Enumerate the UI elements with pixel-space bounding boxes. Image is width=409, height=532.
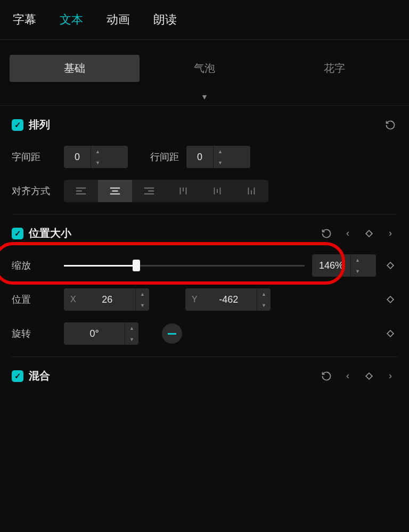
keyframe-button[interactable]	[362, 369, 376, 383]
line-spacing-value: 0	[186, 152, 213, 163]
arrange-title: 排列	[29, 118, 50, 132]
keyframe-button[interactable]	[383, 259, 397, 272]
scale-value: 146%	[312, 260, 350, 271]
scale-slider[interactable]	[64, 259, 305, 272]
spin-up-icon[interactable]: ▲	[125, 322, 138, 334]
diamond-icon	[385, 328, 396, 339]
sub-tab-fancy[interactable]: 花字	[269, 55, 399, 82]
svg-rect-21	[387, 330, 394, 337]
keyframe-prev-button[interactable]: ‹	[341, 227, 355, 240]
svg-rect-20	[387, 296, 394, 303]
pos-y-value: -462	[201, 294, 257, 305]
rotation-dial[interactable]	[162, 323, 182, 344]
spin-down-icon[interactable]: ▼	[351, 265, 364, 277]
spin-down-icon[interactable]: ▼	[136, 300, 149, 311]
keyframe-prev-button[interactable]: ‹	[341, 369, 355, 383]
char-spacing-label: 字间距	[12, 151, 56, 163]
reset-icon	[321, 371, 332, 381]
line-spacing-input[interactable]: 0 ▲▼	[186, 146, 250, 168]
pos-x-value: 26	[79, 294, 135, 305]
spin-down-icon[interactable]: ▼	[257, 300, 271, 311]
diamond-icon	[364, 228, 374, 239]
diamond-icon	[385, 294, 396, 305]
align-right-button[interactable]	[132, 180, 166, 202]
tab-text[interactable]: 文本	[60, 12, 83, 28]
keyframe-button[interactable]	[362, 227, 376, 240]
svg-rect-22	[366, 373, 372, 379]
spin-up-icon[interactable]: ▲	[257, 288, 271, 300]
blend-title: 混合	[29, 369, 50, 383]
line-spacing-label: 行间距	[150, 151, 179, 163]
char-spacing-input[interactable]: 0 ▲▼	[64, 146, 128, 168]
position-size-title: 位置大小	[29, 226, 71, 240]
tab-subtitle[interactable]: 字幕	[13, 12, 36, 28]
align-vert-center-button[interactable]	[200, 180, 234, 202]
check-icon: ✓	[14, 371, 21, 381]
pos-y-input[interactable]: Y -462 ▲▼	[185, 288, 271, 311]
reset-button[interactable]	[320, 227, 333, 240]
section-position-size: ✓ 位置大小 ‹ › 缩放 146% ▲▼	[0, 214, 409, 357]
spin-up-icon[interactable]: ▲	[214, 146, 227, 157]
align-vert-icon	[246, 186, 257, 196]
align-vert-icon	[177, 186, 189, 196]
scale-input[interactable]: 146% ▲▼	[312, 254, 376, 277]
align-left-icon	[75, 186, 87, 196]
pos-x-input[interactable]: X 26 ▲▼	[64, 288, 149, 311]
rotation-input[interactable]: 0° ▲▼	[64, 322, 138, 345]
section-blend: ✓ 混合 ‹ ›	[0, 357, 409, 383]
spin-down-icon[interactable]: ▼	[125, 334, 138, 345]
rotation-indicator	[168, 333, 176, 335]
position-size-checkbox[interactable]: ✓	[12, 228, 23, 239]
chevron-down-icon: ▼	[201, 93, 208, 101]
tab-animation[interactable]: 动画	[107, 12, 130, 28]
rotation-row: 旋转 0° ▲▼	[12, 322, 397, 345]
keyframe-next-button[interactable]: ›	[383, 369, 397, 383]
blend-checkbox[interactable]: ✓	[12, 370, 23, 382]
spin-down-icon[interactable]: ▼	[214, 157, 227, 168]
position-row: 位置 X 26 ▲▼ Y -462 ▲▼	[12, 288, 397, 311]
sub-tab-bar: 基础 气泡 花字	[10, 55, 399, 82]
scale-label: 缩放	[12, 259, 56, 272]
reset-button[interactable]	[320, 369, 333, 383]
check-icon: ✓	[14, 229, 21, 238]
rotation-label: 旋转	[12, 327, 56, 340]
collapse-toggle[interactable]: ▼	[0, 82, 409, 106]
pos-x-prefix: X	[64, 295, 79, 304]
align-left-button[interactable]	[64, 180, 98, 202]
char-spacing-value: 0	[64, 152, 91, 163]
chevron-left-icon: ‹	[346, 370, 349, 381]
keyframe-button[interactable]	[383, 327, 397, 340]
spin-up-icon[interactable]: ▲	[351, 254, 364, 265]
align-vert-left-button[interactable]	[166, 180, 200, 202]
keyframe-button[interactable]	[383, 293, 397, 306]
keyframe-next-button[interactable]: ›	[383, 227, 397, 240]
sub-tab-basic[interactable]: 基础	[10, 55, 140, 82]
spin-up-icon[interactable]: ▲	[91, 146, 104, 157]
align-label: 对齐方式	[12, 185, 56, 197]
align-vert-icon	[211, 186, 223, 196]
align-group	[64, 180, 268, 202]
spin-up-icon[interactable]: ▲	[136, 288, 149, 300]
sub-tab-bubble[interactable]: 气泡	[140, 55, 269, 82]
pos-y-prefix: Y	[185, 295, 201, 304]
align-center-button[interactable]	[98, 180, 132, 202]
reset-icon	[385, 120, 396, 130]
align-right-icon	[143, 186, 155, 196]
spin-down-icon[interactable]: ▼	[91, 157, 104, 168]
rotation-value: 0°	[64, 328, 125, 339]
svg-rect-18	[366, 230, 372, 237]
position-label: 位置	[12, 293, 56, 306]
reset-button[interactable]	[383, 118, 397, 132]
diamond-icon	[385, 260, 396, 271]
slider-thumb[interactable]	[133, 260, 140, 271]
chevron-right-icon: ›	[389, 228, 392, 239]
top-tab-bar: 字幕 文本 动画 朗读	[0, 0, 409, 40]
diamond-icon	[364, 371, 374, 381]
chevron-left-icon: ‹	[346, 228, 349, 239]
svg-rect-19	[387, 262, 394, 269]
tab-read[interactable]: 朗读	[153, 12, 177, 28]
align-center-icon	[109, 186, 121, 196]
scale-row: 缩放 146% ▲▼	[12, 254, 397, 277]
arrange-checkbox[interactable]: ✓	[12, 119, 23, 131]
align-vert-right-button[interactable]	[234, 180, 268, 202]
